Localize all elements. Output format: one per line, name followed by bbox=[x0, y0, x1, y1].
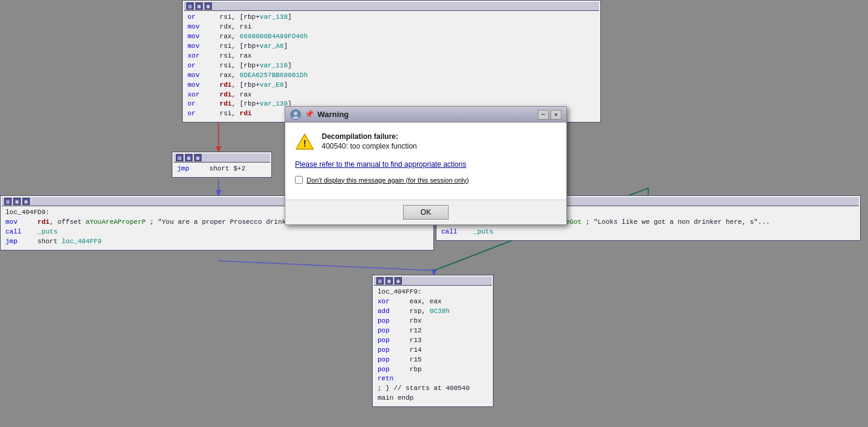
error-detail: 400540: too complex function bbox=[322, 142, 417, 150]
asm-block-top: ▤ ▦ ▣ or rsi, [rbp+var_138] mov rdx, rsi… bbox=[182, 0, 601, 123]
block-header-top: ▤ ▦ ▣ bbox=[184, 2, 599, 11]
block-icon-j3: ▣ bbox=[194, 154, 202, 161]
block-icon-f1: ▤ bbox=[376, 277, 384, 284]
block-icon-f3: ▣ bbox=[395, 277, 402, 284]
jmp-code: jmp short $+2 bbox=[174, 163, 270, 176]
svg-point-8 bbox=[293, 116, 299, 119]
dialog-content: ! Decompilation failure: 400540: too com… bbox=[285, 123, 566, 200]
error-title: Decompilation failure: bbox=[322, 132, 417, 141]
dialog-footer: OK bbox=[285, 200, 566, 224]
asm-block-final: ▤ ▦ ▣ loc_404FF9: xor eax, eax add rsp, … bbox=[372, 275, 493, 407]
dialog-title: Warning bbox=[317, 110, 349, 119]
refer-text[interactable]: Please refer to the manual to find appro… bbox=[295, 160, 557, 169]
dialog-titlebar-left: 📌 Warning bbox=[290, 109, 349, 120]
block-icon-j2: ▦ bbox=[185, 154, 192, 161]
svg-line-2 bbox=[219, 261, 434, 271]
checkbox-row: Don't display this message again (for th… bbox=[295, 176, 557, 184]
dialog-close-button[interactable]: ✕ bbox=[551, 110, 561, 119]
block-icon-1: ▤ bbox=[186, 2, 194, 10]
block-icon-lb2: ▦ bbox=[13, 198, 21, 205]
block-icon-lb1: ▤ bbox=[4, 198, 12, 205]
warning-icon: ! bbox=[295, 132, 314, 152]
block-header-final: ▤ ▦ ▣ bbox=[374, 277, 492, 286]
dialog-titlebar: 📌 Warning — ✕ bbox=[285, 107, 566, 123]
block-header-jmp: ▤ ▦ ▣ bbox=[174, 153, 270, 163]
dont-show-checkbox[interactable] bbox=[295, 176, 303, 184]
dont-show-label[interactable]: Don't display this message again (for th… bbox=[307, 177, 469, 184]
main-canvas: ▤ ▦ ▣ or rsi, [rbp+var_138] mov rdx, rsi… bbox=[0, 0, 868, 427]
dialog-text: Decompilation failure: 400540: too compl… bbox=[322, 132, 417, 150]
svg-text:!: ! bbox=[302, 139, 308, 150]
pin-icon[interactable]: 📌 bbox=[305, 110, 314, 119]
block-icon-3: ▣ bbox=[205, 2, 212, 10]
block-icon-j1: ▤ bbox=[176, 154, 183, 161]
final-code: loc_404FF9: xor eax, eax add rsp, 0C38h … bbox=[374, 286, 492, 405]
block-icon-2: ▦ bbox=[195, 2, 203, 10]
dialog-message-row: ! Decompilation failure: 400540: too com… bbox=[295, 132, 557, 152]
block-icon-lb3: ▣ bbox=[22, 198, 30, 205]
warning-dialog: 📌 Warning — ✕ ! Decompilation failure: 4… bbox=[285, 106, 567, 225]
asm-block-jmp: ▤ ▦ ▣ jmp short $+2 bbox=[172, 152, 272, 178]
block-icon-f2: ▦ bbox=[385, 277, 393, 284]
dialog-minimize-button[interactable]: — bbox=[538, 110, 549, 119]
avatar-icon bbox=[290, 109, 301, 120]
ok-button[interactable]: OK bbox=[403, 205, 449, 220]
dialog-controls: — ✕ bbox=[538, 110, 561, 119]
svg-point-7 bbox=[294, 112, 297, 115]
top-code: or rsi, [rbp+var_138] mov rdx, rsi mov r… bbox=[184, 11, 599, 121]
